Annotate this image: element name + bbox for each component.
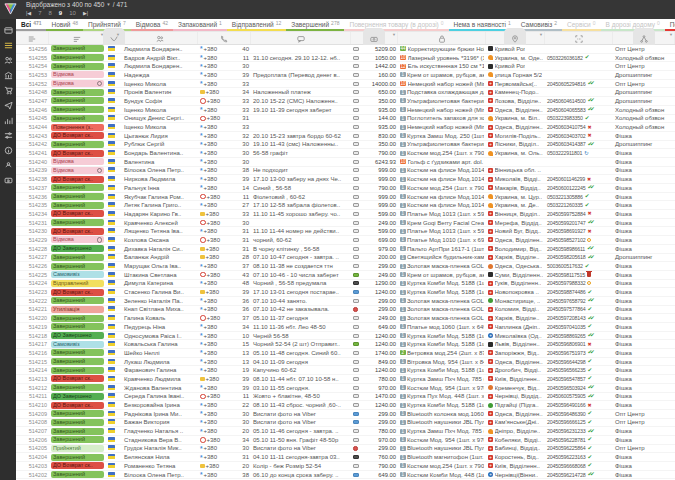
- delivery-cell[interactable]: Кривой Рог: [486, 45, 545, 53]
- ttn-cell[interactable]: 20450596666125✔: [545, 418, 613, 426]
- order-row[interactable]: 514206ЗавершенийСтадникова Вера В..+3803…: [16, 436, 675, 445]
- comment-cell[interactable]: чорний, 60-62: [251, 236, 351, 244]
- column-header-country[interactable]: ▼: [106, 32, 122, 44]
- ttn-cell[interactable]: 20450596231233✔✔: [545, 427, 613, 435]
- product-cell[interactable]: 1Золотая маска-пленка GOLD (..: [398, 305, 486, 313]
- column-header-ttn[interactable]: [545, 32, 613, 44]
- comment-cell[interactable]: 05.10 11-37 сегодня: [251, 314, 351, 322]
- ttn-cell[interactable]: 20450596644298✔: [545, 358, 613, 366]
- order-row[interactable]: 514223ДО Возврат ск..Стасенко Галина Ви.…: [16, 288, 675, 297]
- product-cell[interactable]: 1Платье мод.1060 (1шт. х 649.0..: [398, 323, 486, 331]
- comment-cell[interactable]: 08.10 11-44 нбт. 07.10 10-58 н..: [251, 375, 351, 383]
- column-header-order-id[interactable]: [16, 32, 49, 44]
- ttn-cell[interactable]: 20450596486390✔: [545, 410, 613, 418]
- status-tab[interactable]: Відправлений12: [227, 19, 286, 31]
- comment-cell[interactable]: 07.10 10-42 не заказывала.: [251, 305, 351, 313]
- status-badge[interactable]: ДО Завершено: [51, 245, 104, 252]
- status-badge[interactable]: Завершений: [51, 184, 104, 191]
- product-cell[interactable]: 1Куртка Замш Мод. 250 (1шт. ..: [398, 132, 486, 140]
- ttn-cell[interactable]: 20450597208143✔✔: [545, 314, 613, 322]
- order-row[interactable]: 514219ЗавершенийПедурець Ніна*+3803411.1…: [16, 323, 675, 332]
- delivery-cell[interactable]: Коростень, Від..: [486, 453, 545, 461]
- product-cell[interactable]: 1Костюм мод.254 (1шт. х 790.0..: [398, 149, 486, 157]
- phone-cell[interactable]: *+38039: [198, 175, 251, 183]
- client-name[interactable]: Бундук Софія: [122, 97, 198, 105]
- product-cell[interactable]: 1Bluetooth наушники JBL Пуле 3..: [398, 418, 486, 426]
- product-cell[interactable]: 1Пальто АртПри 1617-1 (1шт. х..: [398, 245, 486, 253]
- client-name[interactable]: Зеленко Наталія Па..: [122, 297, 198, 305]
- status-badge[interactable]: Відправлений: [51, 280, 104, 287]
- first-page-button[interactable]: |◀: [26, 9, 31, 18]
- client-name[interactable]: Іщенко Микола: [122, 123, 198, 131]
- client-name[interactable]: Білоока Олена Петр..: [122, 471, 198, 479]
- comment-cell[interactable]: 05.10 11-48 сегодня. Синий 60..: [251, 349, 351, 357]
- delivery-cell[interactable]: Харків, Відділе..: [486, 314, 545, 322]
- order-row[interactable]: 514240ВідмоваВалентина*+380306243.9310Го…: [16, 158, 675, 167]
- phone-cell[interactable]: +38020: [198, 462, 251, 470]
- product-cell[interactable]: 1Костюм на флисе Мод.1014 (1..: [398, 201, 486, 209]
- delivery-cell[interactable]: Володимир, Від..: [486, 245, 545, 253]
- ttn-cell[interactable]: 20450596503924✔✔: [545, 384, 613, 392]
- ttn-cell[interactable]: 20450596806901✖: [545, 340, 613, 348]
- phone-cell[interactable]: +38037: [198, 314, 251, 322]
- status-badge[interactable]: Завершений: [51, 97, 104, 104]
- ttn-cell[interactable]: 20450596228781✔: [545, 436, 613, 444]
- clients-icon[interactable]: [3, 55, 13, 65]
- comment-cell[interactable]: Чорний 52-54 (2 шт) Отправит..: [251, 340, 351, 348]
- ttn-cell[interactable]: 20450596214728✔✔: [545, 471, 613, 479]
- last-page-button[interactable]: ▶|: [83, 9, 88, 18]
- status-badge[interactable]: Завершений: [51, 349, 104, 356]
- column-header-status[interactable]: ▼: [49, 32, 106, 44]
- client-name[interactable]: Бажан Виктория: [122, 418, 198, 426]
- product-cell[interactable]: 44Корректирующие брюки Holl..: [398, 45, 486, 53]
- status-badge[interactable]: Завершений: [51, 106, 104, 113]
- product-cell[interactable]: 1Костюм на флисе Мод.1014 (1..: [398, 193, 486, 201]
- client-name[interactable]: Марущак Ольга Іва..: [122, 262, 198, 270]
- phone-cell[interactable]: *+38036: [198, 297, 251, 305]
- order-row[interactable]: 514235ЗавершенийЛетяк Галина Григо..*+38…: [16, 201, 675, 210]
- status-badge[interactable]: Відмова: [51, 236, 104, 243]
- info-icon[interactable]: [3, 145, 13, 155]
- product-cell[interactable]: 1Куртка Комби Мод. 5188 (1шт..: [398, 366, 486, 374]
- comment-cell[interactable]: Наложенный платеж: [251, 88, 351, 96]
- phone-cell[interactable]: *+38032: [198, 132, 251, 140]
- order-row[interactable]: 514245ЗавершенийОнищук Денис Сергі..+380…: [16, 115, 675, 124]
- order-row[interactable]: 514256ЗавершенийЛюдмила Бондарен..*+3804…: [16, 45, 675, 54]
- phone-cell[interactable]: *+38038: [198, 471, 251, 479]
- order-row[interactable]: 514225СамовивізШтакина Светлана+3804307.…: [16, 271, 675, 280]
- client-name[interactable]: Ковальська Галина: [122, 340, 198, 348]
- phone-cell[interactable]: *+38031: [198, 453, 251, 461]
- delivery-cell[interactable]: Кривой Рог: [486, 62, 545, 70]
- status-badge[interactable]: ДО Возврат ск..: [51, 176, 104, 183]
- client-name[interactable]: Педурець Ніна: [122, 323, 198, 331]
- order-row[interactable]: 514210ДО Возврат ск..Безкоровайна Ірина*…: [16, 401, 675, 410]
- product-cell[interactable]: 1Костюм на флисе Мод.1014 (1..: [398, 175, 486, 183]
- ttn-cell[interactable]: 20450598117515: [545, 271, 613, 279]
- phone-cell[interactable]: *+38048: [198, 279, 251, 287]
- client-name[interactable]: Фаранович Галина: [122, 366, 198, 374]
- comment-cell[interactable]: Не подходит: [251, 166, 351, 174]
- phone-cell[interactable]: +38031: [198, 245, 251, 253]
- status-badge[interactable]: Завершений: [51, 263, 104, 270]
- status-badge[interactable]: Завершений: [51, 358, 104, 365]
- status-badge[interactable]: Завершений: [51, 254, 104, 261]
- delivery-cell[interactable]: улица Горная 5/2: [486, 71, 545, 79]
- delivery-cell[interactable]: Новий Буг, Відд..: [486, 227, 545, 235]
- order-row[interactable]: 514215ЗавершенийЛукаш Людмила*+3801304.1…: [16, 358, 675, 367]
- phone-cell[interactable]: *+38040: [198, 45, 251, 53]
- order-row[interactable]: 514217СамовивізКовальська Галина*+38015Ч…: [16, 340, 675, 349]
- delivery-cell[interactable]: Підгайці (Підга..: [486, 401, 545, 409]
- comment-cell[interactable]: Вислати фото на Viber: [251, 444, 351, 452]
- page-number[interactable]: 9: [59, 9, 62, 18]
- order-row[interactable]: 514236ЗавершенийЯкубчак Галина Ром..+380…: [16, 193, 675, 202]
- product-cell[interactable]: 1Золотая маска-пленка GOLD (..: [398, 262, 486, 270]
- comment-cell[interactable]: 07.10 10-44 занято.: [251, 297, 351, 305]
- status-badge[interactable]: ДО Возврат ск..: [51, 462, 104, 469]
- order-row[interactable]: 514227ЗавершенийБаланюк Андрій+3802807.1…: [16, 254, 675, 263]
- order-row[interactable]: 514224ВідправленийДимула Катерина*+38048…: [16, 280, 675, 289]
- ttn-cell[interactable]: 20450596566235✔: [545, 366, 613, 374]
- status-badge[interactable]: Прийнятий: [51, 445, 104, 452]
- filter-icon[interactable]: ▼: [669, 32, 673, 37]
- order-row[interactable]: 514243ДО Возврат ск..Цыганюк Лидия*+3803…: [16, 132, 675, 141]
- phone-cell[interactable]: *+38037: [198, 262, 251, 270]
